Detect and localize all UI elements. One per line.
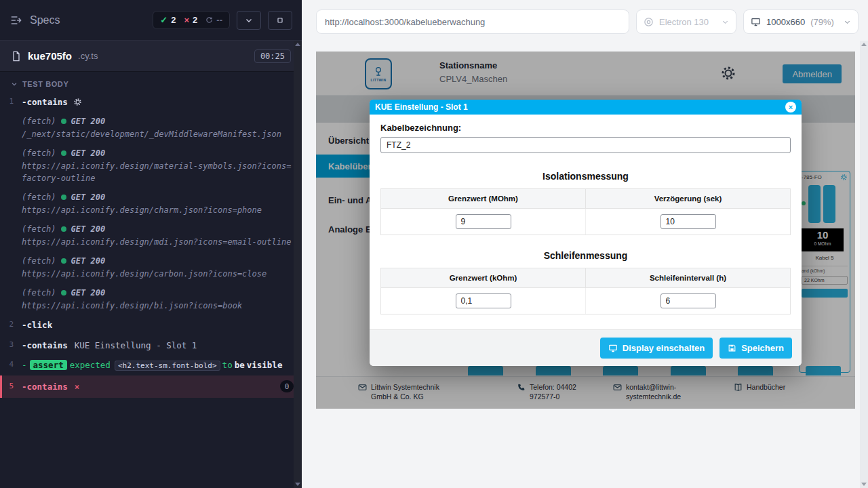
display-on-button[interactable]: Display einschalten bbox=[600, 338, 713, 359]
test-body-toggle[interactable]: TEST BODY bbox=[0, 72, 302, 92]
stop-icon bbox=[276, 16, 284, 24]
fetch-status: GET 200 bbox=[71, 255, 106, 267]
close-icon[interactable]: × bbox=[785, 102, 796, 113]
command-name: -contains bbox=[22, 380, 68, 393]
fetch-status: GET 200 bbox=[71, 287, 106, 299]
assert-text: visible bbox=[247, 360, 283, 370]
fetch-label: (fetch) bbox=[22, 287, 56, 299]
chevron-down-icon bbox=[245, 16, 253, 24]
fetch-label: (fetch) bbox=[22, 223, 56, 235]
network-log-row[interactable]: (fetch) GET 200 https://api.iconify.desi… bbox=[0, 144, 302, 188]
cable-name-input[interactable] bbox=[380, 137, 791, 153]
scroll-up-arrow[interactable] bbox=[295, 43, 300, 46]
main-scrollbar[interactable] bbox=[860, 41, 868, 488]
command-number: 1 bbox=[0, 96, 22, 108]
loop-interval-input[interactable] bbox=[660, 293, 716, 308]
fetch-label: (fetch) bbox=[22, 115, 56, 127]
fetch-url: https://api.iconify.design/mdi.json?icon… bbox=[22, 236, 294, 248]
command-row-contains-2[interactable]: 3 -containsKUE Einstellung - Slot 1 bbox=[0, 336, 302, 355]
url-bar[interactable] bbox=[316, 9, 629, 34]
check-icon: ✓ bbox=[160, 15, 167, 25]
cypress-reporter: Specs ✓2 ×2 -- kue705fo .cy.ts 00:25 TES… bbox=[0, 0, 302, 488]
collapse-reporter-button[interactable] bbox=[237, 11, 261, 30]
status-dot bbox=[61, 290, 66, 296]
cable-name-label: Kabelbezeichnung: bbox=[380, 123, 791, 133]
assert-dash: - bbox=[22, 360, 27, 370]
column-header: Grenzwert (MOhm) bbox=[381, 189, 585, 208]
test-stats: ✓2 ×2 -- bbox=[153, 11, 230, 29]
status-dot bbox=[61, 150, 66, 156]
network-log-row[interactable]: (fetch) GET 200 https://api.iconify.desi… bbox=[0, 251, 302, 283]
fail-cross-icon: × bbox=[75, 380, 80, 393]
scroll-down-arrow[interactable] bbox=[861, 483, 867, 486]
command-name: -click bbox=[22, 320, 52, 330]
scroll-up-arrow[interactable] bbox=[861, 43, 867, 46]
command-number: 3 bbox=[0, 339, 22, 352]
command-row-assert[interactable]: 4 -assertexpected<h2.text-sm.font-bold>t… bbox=[0, 355, 302, 375]
stop-run-button[interactable] bbox=[268, 11, 292, 30]
command-log: 1 -contains (fetch) GET 200 /_next/stati… bbox=[0, 92, 302, 398]
fetch-status: GET 200 bbox=[71, 191, 106, 203]
kue-settings-modal: KUE Einstellung - Slot 1 × Kabelbezeichn… bbox=[370, 100, 802, 366]
fetch-status: GET 200 bbox=[71, 147, 106, 159]
scroll-down-arrow[interactable] bbox=[295, 483, 300, 486]
status-dot bbox=[61, 226, 66, 232]
assert-selector: <h2.text-sm.font-bold> bbox=[115, 361, 220, 371]
command-name: -contains bbox=[22, 340, 68, 350]
fetch-url: https://api.iconify.design/charm.json?ic… bbox=[22, 204, 294, 216]
iso-limit-input[interactable] bbox=[456, 214, 511, 229]
loop-table: Grenzwert (kOhm) Schleifenintervall (h) bbox=[380, 268, 791, 314]
command-row-failed[interactable]: 5 -contains× 0 bbox=[0, 375, 302, 398]
specs-title: Specs bbox=[30, 14, 60, 26]
assert-text: expected bbox=[70, 360, 111, 370]
command-name: -contains bbox=[22, 97, 68, 107]
command-row-contains-1[interactable]: 1 -contains bbox=[0, 92, 302, 112]
network-log-row[interactable]: (fetch) GET 200 https://api.iconify.desi… bbox=[0, 188, 302, 220]
assert-text: to bbox=[222, 360, 233, 370]
browser-icon bbox=[644, 17, 654, 27]
chevron-down-icon bbox=[11, 81, 18, 87]
chevron-down-icon bbox=[844, 18, 851, 26]
fetch-label: (fetch) bbox=[22, 191, 56, 203]
spec-file-row[interactable]: kue705fo .cy.ts 00:25 bbox=[0, 41, 302, 72]
modal-title: KUE Einstellung - Slot 1 bbox=[375, 102, 468, 112]
test-body-label: TEST BODY bbox=[22, 80, 68, 88]
command-row-click[interactable]: 2 -click bbox=[0, 315, 302, 335]
fetch-url: https://api.iconify.design/carbon.json?i… bbox=[22, 268, 294, 280]
iso-delay-input[interactable] bbox=[660, 214, 716, 229]
loop-heading: Schleifenmessung bbox=[370, 250, 802, 261]
fetch-label: (fetch) bbox=[22, 255, 56, 267]
command-number: 4 bbox=[0, 359, 22, 371]
modal-header: KUE Einstellung - Slot 1 × bbox=[370, 100, 802, 115]
fetch-url: https://api.iconify.design/material-symb… bbox=[22, 160, 294, 184]
sidebar-scrollbar[interactable] bbox=[294, 41, 302, 488]
isolation-heading: Isolationsmessung bbox=[370, 171, 802, 182]
network-log-row[interactable]: (fetch) GET 200 https://api.iconify.desi… bbox=[0, 220, 302, 251]
column-header: Verzögerung (sek) bbox=[585, 189, 790, 208]
chevron-down-icon bbox=[722, 18, 729, 26]
isolation-table: Grenzwert (MOhm) Verzögerung (sek) bbox=[380, 188, 791, 235]
fetch-status: GET 200 bbox=[71, 223, 106, 235]
command-argument: KUE Einstellung - Slot 1 bbox=[75, 340, 197, 350]
pending-count: -- bbox=[205, 15, 222, 25]
modal-footer: Display einschalten Speichern bbox=[370, 329, 802, 366]
assert-text: be bbox=[235, 360, 245, 370]
fetch-url: /_next/static/development/_devMiddleware… bbox=[22, 128, 294, 140]
fetch-url: https://api.iconify.design/bi.json?icons… bbox=[22, 300, 294, 312]
command-number: 2 bbox=[0, 319, 22, 331]
browser-select[interactable]: Electron 130 bbox=[636, 9, 736, 34]
specs-list-icon[interactable] bbox=[9, 14, 23, 27]
status-dot bbox=[61, 258, 66, 264]
save-button[interactable]: Speichern bbox=[719, 338, 792, 359]
cross-icon: × bbox=[184, 15, 190, 25]
spec-file-icon bbox=[11, 51, 22, 62]
browser-label: Electron 130 bbox=[659, 17, 709, 27]
loop-limit-input[interactable] bbox=[456, 293, 511, 308]
status-dot bbox=[61, 119, 66, 124]
passed-count: ✓2 bbox=[160, 15, 176, 25]
network-log-row[interactable]: (fetch) GET 200 /_next/static/developmen… bbox=[0, 112, 302, 144]
refresh-icon bbox=[205, 16, 213, 24]
viewport-select[interactable]: 1000x660 (79%) bbox=[743, 9, 859, 34]
network-log-row[interactable]: (fetch) GET 200 https://api.iconify.desi… bbox=[0, 283, 302, 315]
monitor-icon bbox=[608, 344, 618, 353]
